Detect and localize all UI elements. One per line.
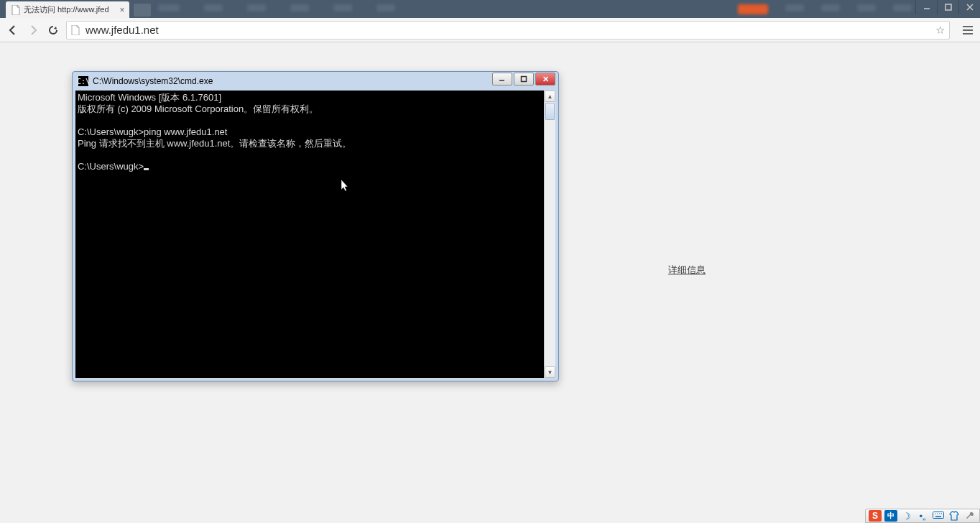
window-close-button[interactable] [958,0,980,14]
back-button[interactable] [6,23,20,37]
cmd-line: 版权所有 (c) 2009 Microsoft Corporation。保留所有… [78,103,318,114]
cmd-close-button[interactable]: ✕ [535,73,555,85]
ime-toolbar[interactable]: S 中 ☽ •„ [865,509,980,523]
details-link[interactable]: 详细信息 [668,264,706,277]
ime-moon-icon[interactable]: ☽ [900,510,913,522]
chrome-menu-button[interactable] [961,26,974,34]
url-text: www.jfedu1.net [85,24,935,36]
svg-rect-6 [933,512,944,519]
cmd-prompt: C:\Users\wugk> [78,161,144,172]
cmd-maximize-button[interactable] [514,73,534,85]
svg-rect-1 [946,4,951,10]
new-tab-button[interactable] [134,4,151,17]
cmd-titlebar[interactable]: C:\ C:\Windows\system32\cmd.exe ✕ [75,75,555,91]
ime-keyboard-icon[interactable] [932,510,945,522]
window-controls [915,0,980,14]
svg-rect-5 [522,77,527,82]
cmd-title: C:\Windows\system32\cmd.exe [93,76,554,86]
cmd-window-controls: ✕ [492,73,555,85]
cmd-minimize-button[interactable] [492,73,512,85]
cmd-scrollbar[interactable]: ▲ ▼ [544,91,555,378]
mouse-cursor-icon [341,157,350,204]
page-content: 详细信息 C:\ C:\Windows\system32\cmd.exe ✕ M… [0,42,980,509]
ime-punct-icon[interactable]: •„ [916,510,929,522]
cursor-icon [144,168,149,170]
cmd-icon: C:\ [78,76,88,86]
window-minimize-button[interactable] [915,0,937,14]
cmd-window: C:\ C:\Windows\system32\cmd.exe ✕ Micros… [72,71,559,381]
cmd-body-wrap: Microsoft Windows [版本 6.1.7601] 版权所有 (c)… [75,91,555,378]
page-icon [71,25,81,35]
tab-close-icon[interactable]: × [120,5,125,15]
window-maximize-button[interactable] [937,0,958,14]
file-icon [11,5,20,15]
ime-sogou-icon[interactable]: S [869,510,882,522]
ime-skin-icon[interactable] [948,510,961,522]
reload-button[interactable] [46,23,60,37]
url-bar[interactable]: www.jfedu1.net ☆ [66,21,950,40]
cmd-line: Microsoft Windows [版本 6.1.7601] [78,92,221,103]
browser-tab[interactable]: 无法访问 http://www.jfed × [6,1,129,18]
scroll-up-icon[interactable]: ▲ [545,91,555,102]
bookmark-bar-blur [158,4,395,11]
cmd-line: Ping 请求找不到主机 www.jfedu1.net。请检查该名称，然后重试。 [78,138,351,149]
tab-title: 无法访问 http://www.jfed [24,4,109,15]
browser-tab-bar: 无法访问 http://www.jfed × [0,0,980,18]
ime-settings-icon[interactable] [963,510,976,522]
scroll-thumb[interactable] [545,103,555,120]
cmd-line: C:\Users\wugk>ping www.jfedu1.net [78,126,227,137]
extension-blur [738,4,912,14]
bookmark-star-icon[interactable]: ☆ [935,24,945,37]
forward-button[interactable] [26,23,40,37]
cmd-terminal[interactable]: Microsoft Windows [版本 6.1.7601] 版权所有 (c)… [75,91,544,378]
address-bar-row: www.jfedu1.net ☆ [0,18,980,42]
ime-lang-cn-icon[interactable]: 中 [884,510,897,522]
scroll-down-icon[interactable]: ▼ [545,366,555,378]
